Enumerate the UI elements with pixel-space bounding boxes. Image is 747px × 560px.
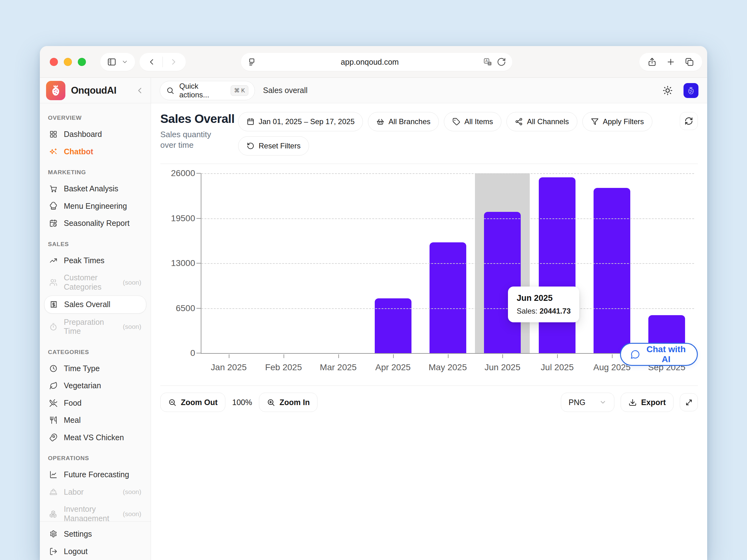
x-axis-tick-label: Jul 2025	[541, 363, 574, 372]
zoom-in-icon	[267, 398, 275, 407]
y-axis-tick-label: 13000	[160, 258, 195, 268]
sidebar-header: OnqoudAI	[40, 78, 151, 103]
sidebar-item-logout[interactable]: Logout	[44, 543, 146, 560]
translate-icon[interactable]: A文	[483, 57, 492, 66]
export-format-value: PNG	[569, 398, 586, 407]
sidebar-section-label: OPERATIONS	[48, 455, 143, 462]
store-icon	[376, 117, 384, 126]
items-label: All Items	[464, 117, 493, 126]
sidebar-section-label: OVERVIEW	[48, 114, 143, 121]
refresh-button[interactable]	[680, 112, 698, 130]
app-logo[interactable]	[46, 81, 66, 100]
reload-icon[interactable]	[497, 57, 506, 66]
x-axis-tick	[503, 354, 503, 358]
fullscreen-button[interactable]	[680, 393, 698, 411]
close-window-button[interactable]	[50, 58, 58, 66]
reset-filters-button[interactable]: Reset Filters	[238, 136, 309, 156]
sidebar-item-labor: Labor(soon)	[44, 483, 146, 501]
sidebar-item-peak-times[interactable]: Peak Times	[44, 252, 146, 269]
chart-plot: Jan 2025Feb 2025Mar 2025Apr 2025May 2025…	[201, 173, 694, 354]
sidebar: OnqoudAI OVERVIEWDashboardChatbotMARKETI…	[40, 78, 151, 560]
sidebar-item-label: Customer Categories	[64, 273, 117, 292]
download-icon	[628, 398, 637, 407]
export-label: Export	[641, 398, 666, 407]
date-range-button[interactable]: Jan 01, 2025 – Sep 17, 2025	[238, 112, 363, 131]
new-tab-icon[interactable]	[666, 57, 675, 66]
sidebar-item-meal[interactable]: Meal	[44, 411, 146, 429]
timer-icon	[49, 323, 58, 331]
sidebar-item-food[interactable]: Food	[44, 395, 146, 412]
sidebar-nav: OVERVIEWDashboardChatbotMARKETINGBasket …	[40, 103, 151, 522]
zoom-in-button[interactable]: Zoom In	[259, 393, 317, 412]
sidebar-item-label: Vegetarian	[64, 381, 141, 391]
quick-actions-search[interactable]: Quick actions... ⌘ K	[160, 81, 255, 100]
sidebar-item-label: Sales Overall	[64, 300, 141, 309]
sidebar-collapse-icon[interactable]	[135, 86, 145, 95]
chevron-down-icon	[599, 399, 607, 406]
chart-bar[interactable]	[430, 242, 466, 353]
sidebar-item-label: Peak Times	[64, 256, 141, 265]
title-column: Sales Overall Sales quantity over time	[160, 112, 238, 151]
theme-toggle-sun-icon[interactable]	[662, 85, 673, 96]
zoom-window-button[interactable]	[78, 58, 86, 66]
export-button[interactable]: Export	[621, 393, 673, 412]
url-bar[interactable]: app.onqoud.com A文	[241, 53, 512, 71]
sidebar-item-label: Settings	[64, 530, 141, 539]
search-icon	[166, 86, 174, 95]
users-icon	[49, 278, 58, 287]
sidebar-item-sales-overall[interactable]: Sales Overall	[44, 296, 146, 314]
share-icon[interactable]	[647, 57, 657, 66]
chat-with-ai-button[interactable]: Chat with AI	[620, 343, 698, 366]
sidebar-item-basket-analysis[interactable]: Basket Analysis	[44, 180, 146, 197]
share-network-icon	[515, 117, 523, 126]
reader-icon[interactable]	[247, 57, 256, 66]
export-format-select[interactable]: PNG	[561, 393, 614, 412]
sidebar-item-vegetarian[interactable]: Vegetarian	[44, 377, 146, 395]
x-axis-tick	[284, 354, 284, 358]
zoom-out-button[interactable]: Zoom Out	[160, 393, 225, 412]
apply-filters-button[interactable]: Apply Filters	[582, 112, 652, 131]
leaf-icon	[49, 381, 58, 390]
filter-bar: Jan 01, 2025 – Sep 17, 2025 All Branches…	[238, 112, 680, 156]
x-axis-tick	[393, 354, 394, 358]
tabs-overview-icon[interactable]	[685, 57, 694, 66]
traffic-lights	[50, 58, 86, 66]
page-title: Sales Overall	[160, 112, 238, 126]
branches-filter-button[interactable]: All Branches	[368, 112, 439, 131]
chart-bar[interactable]	[539, 177, 575, 353]
tooltip-value: 20441.73	[539, 307, 570, 315]
x-axis-tick-label: Jun 2025	[485, 363, 520, 372]
svg-text:文: 文	[488, 62, 491, 65]
utensils-crossed-icon	[49, 399, 58, 407]
chevron-down-icon[interactable]	[121, 58, 128, 65]
chart-bar[interactable]	[594, 188, 630, 353]
branches-label: All Branches	[388, 117, 431, 126]
sidebar-item-chatbot[interactable]: Chatbot	[44, 143, 146, 161]
sidebar-item-menu-engineering[interactable]: Menu Engineering	[44, 197, 146, 215]
sidebar-item-settings[interactable]: Settings	[44, 526, 146, 543]
forward-button[interactable]	[169, 57, 178, 66]
sidebar-item-meat-vs-chicken[interactable]: Meat VS Chicken	[44, 429, 146, 447]
receipt-icon	[50, 300, 58, 309]
rotate-ccw-icon	[247, 142, 255, 150]
sidebar-toggle-group	[100, 53, 135, 71]
back-button[interactable]	[147, 57, 156, 66]
minimize-window-button[interactable]	[64, 58, 72, 66]
soon-badge: (soon)	[123, 510, 141, 518]
x-axis-tick	[557, 354, 558, 358]
sidebar-item-seasonality-report[interactable]: Seasonality Report	[44, 215, 146, 232]
date-range-label: Jan 01, 2025 – Sep 17, 2025	[259, 117, 355, 126]
user-avatar[interactable]	[684, 83, 698, 98]
sidebar-section-label: MARKETING	[48, 169, 143, 176]
main-panel: Sales Overall Sales quantity over time J…	[151, 103, 707, 560]
apply-filters-label: Apply Filters	[603, 117, 644, 126]
chart-bar[interactable]	[484, 212, 521, 353]
chart-bar[interactable]	[375, 298, 411, 353]
panel-left-icon[interactable]	[107, 57, 117, 66]
items-filter-button[interactable]: All Items	[444, 112, 501, 131]
sidebar-item-dashboard[interactable]: Dashboard	[44, 126, 146, 143]
y-axis-tick	[197, 218, 201, 219]
sidebar-item-time-type[interactable]: Time Type	[44, 360, 146, 377]
channels-filter-button[interactable]: All Channels	[507, 112, 577, 131]
sidebar-item-future-forecasting[interactable]: Future Forecasting	[44, 466, 146, 483]
